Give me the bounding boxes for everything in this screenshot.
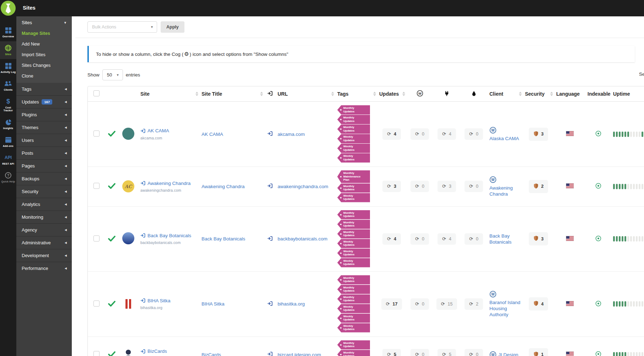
wp-updates-badge[interactable]: ⟳0 <box>410 128 429 140</box>
iconbar-item-cost-tracker[interactable]: $ Cost Tracker <box>0 95 16 115</box>
column-security[interactable]: Security <box>523 86 554 102</box>
site-name-link[interactable]: BIHA Sitka <box>140 298 171 303</box>
tag-ribbon[interactable]: MonthlyUpdates <box>337 105 370 115</box>
iconbar-item-quick-help[interactable]: ? Quick Help <box>0 169 16 186</box>
sidebar-item-tags[interactable]: Tags ◀ <box>16 83 72 95</box>
updates-total-badge[interactable]: ⟳4 <box>382 128 401 140</box>
mainwp-logo[interactable] <box>1 1 16 16</box>
apply-button[interactable]: Apply <box>161 21 184 33</box>
theme-updates-badge[interactable]: ⟳0 <box>465 181 483 192</box>
site-title-link[interactable]: AK CAMA <box>202 132 223 137</box>
site-title-link[interactable]: Back Bay Botanicals <box>202 236 245 241</box>
security-issues-badge[interactable]: 3 <box>529 128 548 141</box>
iconbar-item-sites[interactable]: Sites <box>0 41 16 59</box>
column-updates[interactable]: Updates <box>377 86 406 102</box>
sidebar-item-development[interactable]: Development ◀ <box>16 249 72 262</box>
client-link[interactable]: Baranof Island Housing Authority <box>489 299 521 318</box>
open-site-icon[interactable] <box>267 352 273 356</box>
site-name-link[interactable]: BizCards <box>140 349 167 354</box>
theme-updates-badge[interactable]: ⟳0 <box>465 128 483 140</box>
row-checkbox[interactable] <box>93 235 100 241</box>
page-size-select[interactable]: 50 ▼ <box>102 69 123 80</box>
security-issues-badge[interactable]: 3 <box>529 232 548 245</box>
wp-updates-badge[interactable]: ⟳0 <box>410 233 429 245</box>
sort-icon[interactable] <box>550 92 553 96</box>
updates-total-badge[interactable]: ⟳5 <box>382 349 401 356</box>
sort-icon[interactable] <box>260 92 263 96</box>
site-title-link[interactable]: Awakening Chandra <box>202 184 245 189</box>
bulk-actions-select[interactable]: Bulk Actions ▼ <box>87 21 157 33</box>
client-link[interactable]: Back Bay Botanicals <box>489 233 521 245</box>
client-link[interactable]: Awakening Chandra <box>489 185 521 197</box>
theme-updates-badge[interactable]: ⟳0 <box>465 349 483 356</box>
sidebar-section-sites[interactable]: Sites ▼ <box>16 16 72 28</box>
plugin-updates-badge[interactable]: ⟳15 <box>436 298 457 310</box>
sort-icon[interactable] <box>519 92 522 96</box>
sidebar-item-plugins[interactable]: Plugins ◀ <box>16 108 72 121</box>
open-site-icon[interactable] <box>267 301 273 306</box>
tag-ribbon[interactable]: WeeklyUpdates <box>337 314 370 323</box>
tag-ribbon[interactable]: MonthlyMaintenancePlan <box>337 170 370 183</box>
tag-ribbon[interactable]: MonthlyUpdates <box>337 275 370 285</box>
tag-ribbon[interactable]: MonthlyUpdates <box>337 184 370 193</box>
iconbar-item-activity-log[interactable]: Activity Log <box>0 59 16 77</box>
sidebar-item-users[interactable]: Users ◀ <box>16 134 72 147</box>
column-client[interactable]: Client <box>487 86 523 102</box>
open-site-icon[interactable] <box>267 131 273 136</box>
sidebar-item-import-sites[interactable]: Import Sites <box>16 49 72 60</box>
open-site-icon[interactable] <box>267 236 273 241</box>
column-site[interactable]: Site <box>138 86 199 102</box>
tag-ribbon[interactable]: WeeklyUpdates <box>337 134 370 143</box>
tag-ribbon[interactable]: WeeklyUpdates <box>337 323 370 333</box>
plugin-updates-badge[interactable]: ⟳4 <box>438 128 456 140</box>
open-site-icon[interactable] <box>267 184 273 188</box>
plugin-updates-badge[interactable]: ⟳4 <box>438 233 456 245</box>
site-title-link[interactable]: BizCards <box>202 352 221 356</box>
updates-total-badge[interactable]: ⟳4 <box>382 233 401 245</box>
sidebar-item-sites-changes[interactable]: Sites Changes <box>16 60 72 71</box>
sort-icon[interactable] <box>195 92 198 96</box>
sidebar-item-agency[interactable]: Agency ◀ <box>16 223 72 236</box>
tag-ribbon[interactable]: WeeklyUpdates <box>337 153 370 163</box>
site-url-link[interactable]: akcama.com <box>278 132 305 137</box>
site-url-link[interactable]: awakeningchandra.com <box>278 184 328 189</box>
tag-ribbon[interactable]: MonthlyUpdates <box>337 229 370 239</box>
tag-ribbon[interactable]: MonthlyUpdates <box>337 124 370 134</box>
plugin-updates-badge[interactable]: ⟳3 <box>438 181 456 192</box>
client-link[interactable]: JI Design <box>498 352 518 356</box>
security-issues-badge[interactable]: 2 <box>529 180 548 193</box>
sort-icon[interactable] <box>402 92 405 96</box>
tag-ribbon[interactable]: WeeklyUpdates <box>337 144 370 153</box>
column-wordpress[interactable]: W <box>406 86 433 102</box>
client-link[interactable]: Alaska CAMA <box>489 136 519 142</box>
column-tags[interactable]: Tags <box>335 86 377 102</box>
tag-ribbon[interactable]: WeeklyUpdates <box>337 304 370 313</box>
tag-ribbon[interactable]: WeeklyUpdates <box>337 193 370 202</box>
site-title-link[interactable]: BIHA Sitka <box>202 301 225 307</box>
column-site-title[interactable]: Site Title <box>199 86 264 102</box>
iconbar-item-add-ons[interactable]: Add-ons <box>0 133 16 151</box>
sidebar-item-clone[interactable]: Clone <box>16 71 72 81</box>
site-name-link[interactable]: Awakening Chandra <box>140 181 190 186</box>
security-issues-badge[interactable]: 1 <box>529 348 548 356</box>
tag-ribbon[interactable]: MonthlyUpdates <box>337 340 370 350</box>
sort-icon[interactable] <box>373 92 376 96</box>
updates-total-badge[interactable]: ⟳3 <box>382 181 401 192</box>
wp-updates-badge[interactable]: ⟳0 <box>410 298 429 310</box>
wp-updates-badge[interactable]: ⟳0 <box>410 349 429 356</box>
sidebar-item-pages[interactable]: Pages ◀ <box>16 159 72 172</box>
sidebar-item-posts[interactable]: Posts ◀ <box>16 147 72 159</box>
sidebar-item-add-new[interactable]: Add New <box>16 39 72 49</box>
tag-ribbon[interactable]: WeeklyUpdates <box>337 249 370 258</box>
sidebar-item-administrative[interactable]: Administrative ◀ <box>16 236 72 249</box>
row-checkbox[interactable] <box>93 301 100 307</box>
sidebar-item-manage-sites[interactable]: Manage Sites <box>16 28 72 39</box>
sidebar-item-monitoring[interactable]: Monitoring ◀ <box>16 211 72 223</box>
theme-updates-badge[interactable]: ⟳2 <box>465 298 483 310</box>
row-checkbox[interactable] <box>93 131 100 137</box>
iconbar-item-insights[interactable]: Insights <box>0 115 16 133</box>
sidebar-item-performance[interactable]: Performance ◀ <box>16 262 72 275</box>
iconbar-item-rest-api[interactable]: API REST API <box>0 151 16 169</box>
site-name-link[interactable]: AK CAMA <box>140 128 169 133</box>
sidebar-item-themes[interactable]: Themes ◀ <box>16 121 72 134</box>
